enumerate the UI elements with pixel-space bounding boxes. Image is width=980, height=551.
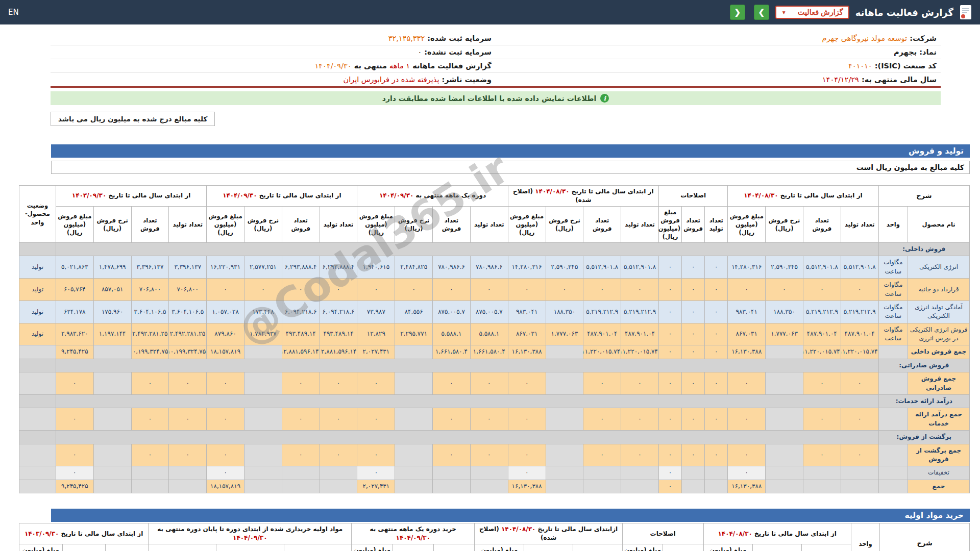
report-type-dropdown[interactable]: گزارش فعالیت ▼ xyxy=(775,6,849,19)
value-cell: ۱۸۸,۳۵۰ xyxy=(766,300,803,323)
info-value[interactable]: ۴۰۱۰۱۰ xyxy=(848,62,872,70)
value-cell: ۰ xyxy=(705,300,728,323)
value-cell: ۰ xyxy=(583,372,621,395)
product-name-cell: جمع xyxy=(908,480,970,493)
value-cell: ۶,۰۹۴,۲۱۸.۶ xyxy=(320,300,357,323)
sub-column-header: تعداد تولید xyxy=(621,206,659,242)
value-cell: ۰ xyxy=(803,372,841,395)
column-group-header: از ابتدای سال مالی تا تاریخ ۱۴۰۳/۰۹/۳۰ xyxy=(56,186,206,207)
product-name-cell: جمع فروش صادراتی xyxy=(908,372,970,395)
sub-column-header: تعداد فروش xyxy=(282,206,320,242)
info-value: بجهرم xyxy=(894,48,917,56)
value-cell: ۰ xyxy=(728,408,766,431)
next-report-button[interactable]: ❯ xyxy=(754,5,769,20)
sub-column-header: نرخ فروش (ریال) xyxy=(395,206,433,242)
table-row: جمع فروش صادراتی۰۰۰۰۰۰۰۰۰۰۰۰۰۰۰۰۰۰ xyxy=(19,372,970,395)
value-cell: ۱۱,۲۲۰,۰۱۵.۷۴ xyxy=(841,345,878,359)
value-cell: ۹,۲۴۵,۴۲۵ xyxy=(56,480,93,493)
value-cell: ۷۰۶,۸۰۰ xyxy=(169,279,207,301)
value-cell: ۰ xyxy=(659,345,682,359)
value-cell: ۰ xyxy=(659,279,682,301)
sub-column-header: مبلغ فروش (میلیون ریال) xyxy=(728,206,766,242)
column-group-header: از ابتدای سال مالی تا تاریخ ۱۴۰۳/۰۹/۳۰ xyxy=(19,523,149,544)
section-label: فروش داخلی: xyxy=(878,242,969,256)
value-cell: ۰ xyxy=(705,323,728,345)
value-cell: ۷۰۶,۸۰۰ xyxy=(131,279,169,301)
value-cell: ۰ xyxy=(470,279,508,301)
value-cell: ۵,۲۱۹,۲۱۲.۹ xyxy=(841,300,878,323)
value-cell: ۰ xyxy=(621,444,659,466)
sub-column-header: مقدار xyxy=(573,544,622,551)
product-name-cell: جمع فروش داخلی xyxy=(908,345,970,359)
value-cell: ۲,۴۹۲,۲۸۱.۲۵ xyxy=(169,323,207,345)
sub-column-header: تعداد فروش xyxy=(682,206,705,242)
value-cell: ۰ xyxy=(682,408,705,431)
product-status-cell: تولید xyxy=(19,300,56,323)
value-cell xyxy=(395,408,433,431)
amounts-note: کلیه مبالغ درج شده به میلیون ریال می باش… xyxy=(51,112,215,126)
value-cell: ۱۶,۱۳۰,۳۸۸ xyxy=(508,345,546,359)
value-cell: ۰ xyxy=(56,372,93,395)
product-name-cell: تخفیفات xyxy=(908,466,970,480)
sub-column-header: تعداد تولید xyxy=(320,206,357,242)
sub-column-header: مبلغ فروش (میلیون ریال) xyxy=(56,206,93,242)
value-cell: ۱,۱۹۷,۱۴۴ xyxy=(93,323,131,345)
sub-column-header: مبلغ (میلیون ریال) xyxy=(19,544,63,551)
value-cell xyxy=(131,466,169,480)
value-cell: ۵,۰۲۱,۸۶۳ xyxy=(56,256,93,279)
info-value[interactable]: توسعه مولد نیروگاهی جهرم xyxy=(822,34,907,42)
value-cell: ۰ xyxy=(841,408,878,431)
table-row: جمع۱۶,۱۳۰,۳۸۸۰۱۶,۱۳۰,۳۸۸۲,۰۲۷,۴۳۱۱۸,۱۵۷,… xyxy=(19,480,970,493)
value-cell: ۰ xyxy=(803,279,841,301)
product-status-cell xyxy=(19,444,56,466)
section-fill xyxy=(56,395,878,408)
value-cell: ۹,۲۴۵,۴۲۵ xyxy=(56,345,93,359)
column-group-header: از ابتدای سال مالی تا تاریخ ۱۴۰۴/۰۸/۳۰ xyxy=(703,523,851,544)
value-cell: ۱۴,۲۸۰,۳۱۶ xyxy=(508,256,546,279)
section-label: درآمد ارائه خدمات: xyxy=(878,395,969,408)
value-cell xyxy=(682,466,705,480)
value-cell: ۰ xyxy=(169,444,207,466)
value-cell: ۳,۶۰۴,۱۰۶.۵ xyxy=(131,300,169,323)
info-value[interactable]: ۳۲,۱۴۵,۳۳۲ xyxy=(388,34,425,42)
value-cell: ۰ xyxy=(583,279,621,301)
value-cell: ۰ xyxy=(282,408,320,431)
value-cell: ۸۶۷,۰۳۱ xyxy=(728,323,766,345)
value-cell: ۳,۶۰۴,۱۰۶.۵ xyxy=(169,300,207,323)
value-cell: ۷۳,۹۸۷ xyxy=(357,300,395,323)
value-cell: ۷۸۰,۹۸۶.۶ xyxy=(470,256,508,279)
value-cell xyxy=(244,372,282,395)
value-cell: ۰ xyxy=(841,372,878,395)
value-cell: ۱۷۵,۹۶۰ xyxy=(93,300,131,323)
info-value[interactable]: ۱۴۰۴/۰۹/۳۰ xyxy=(315,62,352,70)
value-cell: ۰ xyxy=(705,345,728,359)
prev-report-button[interactable]: ❮ xyxy=(730,5,745,20)
value-cell: ۱۰,۱۹۹,۳۲۴.۷۵ xyxy=(131,345,169,359)
section-row: فروش داخلی: xyxy=(19,242,970,256)
language-toggle[interactable]: EN xyxy=(8,8,19,17)
value-cell: ۰ xyxy=(659,256,682,279)
value-cell: ۵,۵۸۸.۱ xyxy=(433,323,471,345)
table-row: جمع فروش داخلی۱۱,۲۲۰,۰۱۵.۷۴۱۱,۲۲۰,۰۱۵.۷۴… xyxy=(19,345,970,359)
sales-table: شرحاز ابتدای سال مالی تا تاریخ ۱۴۰۴/۰۸/۳… xyxy=(19,185,970,493)
value-cell: ۰ xyxy=(395,279,433,301)
value-cell: ۱۱,۲۲۰,۰۱۵.۷۴ xyxy=(583,345,621,359)
unit-cell: مگاوات ساعت xyxy=(878,256,908,279)
section-fill xyxy=(19,395,56,408)
sub-column-header: مبلغ (میلیون ریال) xyxy=(149,544,216,551)
section-row: برگشت از فروش: xyxy=(19,431,970,444)
sub-column-header: مبلغ فروش (میلیون ریال) xyxy=(508,206,546,242)
product-status-header: وضعیت محصول- واحد xyxy=(19,186,56,243)
value-cell: ۰ xyxy=(131,444,169,466)
unit-cell: مگاوات ساعت xyxy=(878,279,908,301)
sub-column-header: نرخ (ریال) xyxy=(524,544,573,551)
column-group-header: مواد اولیه خریداری شده از ابتدای دوره تا… xyxy=(149,523,352,544)
value-cell: ۰ xyxy=(244,279,282,301)
info-label: شرکت: xyxy=(907,34,937,42)
sub-column-header: تعداد تولید xyxy=(169,206,207,242)
value-cell: ۰ xyxy=(621,372,659,395)
value-cell: ۴۹۳,۴۸۹.۱۴ xyxy=(320,323,357,345)
column-group-header: ازابتدای سال مالی تا تاریخ ۱۴۰۴/۰۸/۳۰ (ا… xyxy=(475,523,622,544)
value-cell: ۵,۵۱۲,۹۰۱.۸ xyxy=(583,256,621,279)
info-value: پذیرفته شده در فرابورس ایران xyxy=(344,76,439,84)
